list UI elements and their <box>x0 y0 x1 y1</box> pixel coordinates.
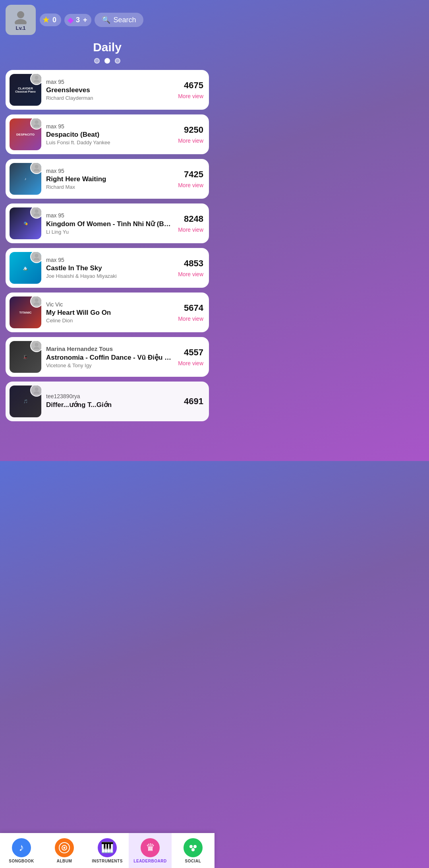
svg-point-12 <box>35 298 39 302</box>
song-title: Despacito (Beat) <box>46 131 173 139</box>
song-right: 4691 <box>184 396 203 407</box>
dot-2[interactable] <box>104 58 110 64</box>
song-artist: Celine Dion <box>46 318 173 324</box>
song-artist: Li Ling Yu <box>46 229 173 235</box>
song-title: My Heart Will Go On <box>46 309 173 317</box>
song-user: Marina Hernandez Tous <box>46 345 173 352</box>
song-user: max 95 <box>46 257 173 263</box>
list-item[interactable]: 🏔️ max 95 Castle In The Sky Joe Hisaishi… <box>6 248 209 288</box>
song-thumbnail: CLAYDER Classical Piano <box>10 74 41 106</box>
star-icon: ★ <box>42 15 50 24</box>
svg-point-6 <box>35 165 39 169</box>
dot-1[interactable] <box>94 58 100 64</box>
svg-point-14 <box>35 343 39 347</box>
song-artist: Richard Max <box>46 184 173 190</box>
more-view-button[interactable]: More view <box>178 271 203 277</box>
song-score: 4691 <box>184 396 203 407</box>
svg-point-5 <box>34 124 39 127</box>
song-score: 9250 <box>184 125 203 135</box>
song-info: tee123890rya Differ...ướng T...Giớn <box>46 393 179 410</box>
level-label: Lv.1 <box>15 25 25 31</box>
page-indicator <box>0 58 214 64</box>
avatar-box[interactable]: Lv.1 <box>6 5 36 35</box>
svg-point-16 <box>35 388 39 391</box>
song-artist: Luis Fonsi ft. Daddy Yankee <box>46 140 173 145</box>
avatar-icon <box>13 9 28 24</box>
song-right: 8248 More view <box>178 214 203 233</box>
song-title: Astronomia - Coffin Dance - Vũ Điệu Khi.… <box>46 353 173 362</box>
header: Lv.1 ★ 0 ◆ 3 + 🔍 Search <box>0 0 214 37</box>
page-title: Daily <box>0 41 214 54</box>
song-user: max 95 <box>46 79 173 85</box>
search-icon: 🔍 <box>102 15 110 24</box>
song-info: max 95 Castle In The Sky Joe Hisaishi & … <box>46 257 173 279</box>
gem-count: 3 <box>76 16 80 24</box>
more-view-button[interactable]: More view <box>178 93 203 99</box>
song-user: max 95 <box>46 123 173 130</box>
svg-point-17 <box>34 391 39 394</box>
list-item[interactable]: 🎵 tee123890rya Differ...ướng T...Giớn 46… <box>6 382 209 421</box>
song-thumbnail: 🎩 <box>10 341 41 373</box>
list-item[interactable]: 🎩 Marina Hernandez Tous Astronomia - Cof… <box>6 337 209 377</box>
svg-point-8 <box>35 209 39 213</box>
svg-point-2 <box>35 76 39 79</box>
song-thumbnail: 🎭 <box>10 207 41 239</box>
song-right: 9250 More view <box>178 125 203 144</box>
more-view-button[interactable]: More view <box>178 182 203 188</box>
svg-point-11 <box>34 258 39 260</box>
song-right: 5674 More view <box>178 303 203 322</box>
song-user: Vic Vic <box>46 301 173 308</box>
song-score: 4557 <box>184 347 203 358</box>
header-controls: ★ 0 ◆ 3 + 🔍 Search <box>40 13 209 27</box>
song-thumbnail: DESPACITO <box>10 118 41 150</box>
list-item[interactable]: ♪ max 95 Right Here Waiting Richard Max … <box>6 159 209 199</box>
svg-point-1 <box>15 19 27 24</box>
song-info: Vic Vic My Heart Will Go On Celine Dion <box>46 301 173 324</box>
song-score: 8248 <box>184 214 203 224</box>
song-user: max 95 <box>46 212 173 219</box>
list-item[interactable]: 🎭 max 95 Kingdom Of Women - Tình Nhi Nữ … <box>6 203 209 243</box>
song-score: 5674 <box>184 303 203 313</box>
song-info: Marina Hernandez Tous Astronomia - Coffi… <box>46 345 173 368</box>
svg-point-4 <box>35 120 39 124</box>
svg-point-9 <box>34 213 39 216</box>
more-view-button[interactable]: More view <box>178 138 203 144</box>
star-count: 0 <box>52 16 56 24</box>
song-right: 7425 More view <box>178 169 203 188</box>
song-info: max 95 Despacito (Beat) Luis Fonsi ft. D… <box>46 123 173 145</box>
song-info: max 95 Right Here Waiting Richard Max <box>46 168 173 190</box>
more-view-button[interactable]: More view <box>178 360 203 366</box>
song-user: max 95 <box>46 168 173 174</box>
list-item[interactable]: CLAYDER Classical Piano max 95 Greenslee… <box>6 70 209 110</box>
svg-point-0 <box>17 11 24 18</box>
svg-point-3 <box>34 80 39 82</box>
song-artist: Richard Clayderman <box>46 95 173 101</box>
song-score: 4853 <box>184 258 203 269</box>
song-title: Differ...ướng T...Giớn <box>46 401 179 409</box>
dot-3[interactable] <box>115 58 120 64</box>
song-thumbnail: 🏔️ <box>10 252 41 284</box>
svg-point-7 <box>34 169 39 171</box>
star-badge: ★ 0 <box>40 14 61 26</box>
gem-badge: ◆ 3 + <box>64 14 91 26</box>
song-right: 4557 More view <box>178 347 203 366</box>
song-score: 7425 <box>184 169 203 180</box>
song-title: Kingdom Of Women - Tình Nhi Nữ (Beat... <box>46 220 173 228</box>
song-right: 4675 More view <box>178 80 203 99</box>
list-item[interactable]: TITANIC Vic Vic My Heart Will Go On Celi… <box>6 293 209 332</box>
song-user: tee123890rya <box>46 393 179 399</box>
svg-point-13 <box>34 302 39 305</box>
song-list: CLAYDER Classical Piano max 95 Greenslee… <box>0 70 214 461</box>
more-view-button[interactable]: More view <box>178 316 203 322</box>
song-thumbnail: ♪ <box>10 163 41 195</box>
gem-plus: + <box>83 16 87 24</box>
gem-icon: ◆ <box>68 16 73 24</box>
search-button[interactable]: 🔍 Search <box>95 13 143 27</box>
song-artist: Vicetone & Tony Igy <box>46 362 173 368</box>
list-item[interactable]: DESPACITO max 95 Despacito (Beat) Luis F… <box>6 114 209 154</box>
song-right: 4853 More view <box>178 258 203 277</box>
more-view-button[interactable]: More view <box>178 227 203 233</box>
svg-point-15 <box>34 347 39 349</box>
song-title: Greensleeves <box>46 86 173 94</box>
svg-point-10 <box>35 254 39 258</box>
